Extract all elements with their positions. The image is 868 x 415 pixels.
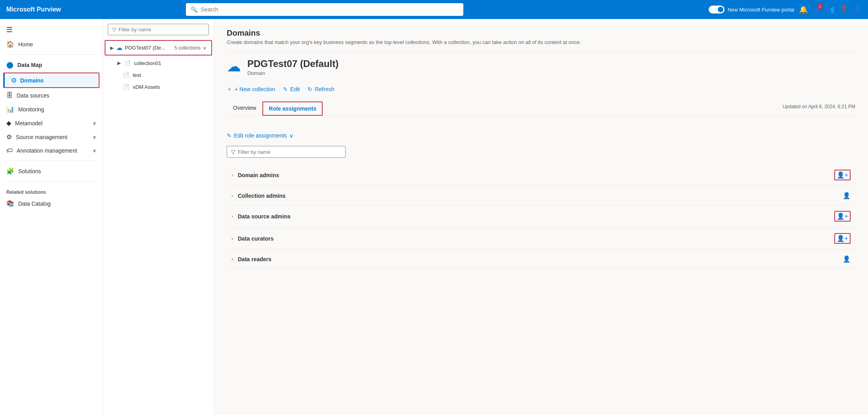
edit-roles-icon: ✎ [227, 132, 231, 139]
refresh-label: Refresh [315, 86, 334, 92]
role-name: Domain admins [238, 172, 830, 178]
refresh-icon: ↻ [308, 86, 312, 92]
sidebar-item-datamap[interactable]: ⬤ Data Map [0, 58, 103, 72]
sidebar: ☰ 🏠 Home ⬤ Data Map ⊙ Domains 🗄 Data sou… [0, 19, 103, 415]
notification-icon[interactable]: 👤 1 [813, 5, 821, 14]
portal-toggle[interactable] [709, 6, 725, 13]
search-input[interactable] [201, 6, 459, 13]
plus-icon: ＋ [227, 86, 232, 93]
child-collection-name: collection01 [134, 60, 161, 66]
portal-toggle-wrap: New Microsoft Purview portal [709, 6, 794, 13]
search-bar[interactable]: 🔍 [186, 3, 463, 16]
child-collection-xdm-assets[interactable]: 📄 xDM Assets [103, 81, 214, 93]
role-chevron-icon: › [231, 214, 233, 219]
help-icon[interactable]: ❓ [839, 5, 848, 14]
sidebar-item-label: Data Catalog [18, 201, 51, 207]
divider [227, 52, 855, 52]
sidebar-item-metamodel[interactable]: ◆ Metamodel ∨ [0, 116, 103, 130]
role-name: Data curators [238, 235, 830, 242]
people-icon[interactable]: 👥 [826, 5, 835, 14]
search-icon: 🔍 [191, 6, 197, 13]
source-mgmt-icon: ⚙ [6, 133, 12, 141]
child-collection-collection01[interactable]: ▶ 📄 collection01 [103, 57, 214, 69]
sidebar-item-annotation-management[interactable]: 🏷 Annotation management ∨ [0, 144, 103, 157]
edit-button[interactable]: ✎ Edit [283, 84, 300, 94]
metamodel-icon: ◆ [6, 119, 11, 127]
user-icon[interactable]: 👤 [853, 5, 862, 14]
role-person-icon: 👤 [843, 192, 851, 199]
child-expand-icon: ▶ [117, 60, 121, 66]
refresh-button[interactable]: ↻ Refresh [308, 84, 334, 94]
sidebar-item-source-management[interactable]: ⚙ Source management ∨ [0, 130, 103, 144]
role-person-add-icon[interactable]: 👤+ [834, 211, 851, 222]
domain-actions: ＋ + New collection ✎ Edit ↻ Refresh [227, 84, 855, 94]
sidebar-item-label: Data Map [17, 62, 42, 68]
expand-chevron-icon: ▶ [110, 45, 114, 51]
hamburger-menu[interactable]: ☰ [0, 22, 103, 37]
edit-label: Edit [290, 86, 300, 92]
sidebar-item-solutions[interactable]: 🧩 Solutions [0, 164, 103, 178]
sidebar-item-datasources[interactable]: 🗄 Data sources [0, 89, 103, 102]
filter-icon: ▽ [231, 149, 235, 155]
role-person-icon: 👤 [843, 255, 851, 263]
sidebar-item-label: Data sources [17, 92, 49, 99]
role-item-data-curators[interactable]: › Data curators 👤+ [227, 228, 855, 250]
domains-icon: ⊙ [11, 76, 16, 84]
sidebar-item-label: Annotation management [17, 147, 77, 154]
notification-badge: 1 [817, 4, 823, 9]
sidebar-item-label: Home [18, 41, 33, 48]
new-collection-label: + New collection [235, 86, 275, 92]
role-item-data-source-admins[interactable]: › Data source admins 👤+ [227, 205, 855, 228]
chevron-down-icon: ∨ [93, 120, 96, 126]
page-description: Create domains that match your org's key… [227, 39, 855, 45]
roles-filter-input[interactable] [238, 149, 341, 155]
collection-filter-input[interactable] [119, 27, 205, 33]
sidebar-item-data-catalog[interactable]: 📚 Data Catalog [0, 197, 103, 210]
roles-list: › Domain admins 👤+ › Collection admins 👤… [227, 164, 855, 269]
child-collection-test[interactable]: 📄 test [103, 69, 214, 81]
edit-role-assignments-button[interactable]: ✎ Edit role assignments ∨ [227, 130, 293, 141]
sidebar-divider-3 [6, 181, 96, 182]
collection-filter-box: ▽ [108, 24, 209, 35]
sidebar-item-label: Solutions [18, 168, 41, 174]
tab-overview[interactable]: Overview [227, 101, 262, 116]
role-chevron-icon: › [231, 256, 233, 262]
role-item-data-readers[interactable]: › Data readers 👤 [227, 250, 855, 269]
sidebar-item-home[interactable]: 🏠 Home [0, 37, 103, 51]
new-collection-button[interactable]: ＋ + New collection [227, 84, 275, 94]
domain-header: ☁ PDGTest07 (Default) Domain [227, 58, 855, 76]
sidebar-item-domains[interactable]: ⊙ Domains [4, 73, 99, 87]
domain-subtitle: Domain [247, 70, 338, 76]
sidebar-divider-2 [6, 161, 96, 161]
role-person-add-icon[interactable]: 👤+ [834, 233, 851, 244]
sidebar-item-monitoring[interactable]: 📊 Monitoring [0, 102, 103, 116]
sidebar-item-label: Monitoring [18, 106, 44, 113]
dropdown-chevron-icon: ∨ [289, 132, 293, 139]
tab-role-assignments[interactable]: Role assignments [262, 101, 323, 116]
role-chevron-icon: › [231, 172, 233, 178]
role-chevron-icon: › [231, 193, 233, 199]
brand-logo: Microsoft Purview [6, 6, 61, 13]
page-title: Domains [227, 29, 855, 38]
data-catalog-icon: 📚 [6, 200, 14, 207]
sidebar-item-label: Metamodel [15, 120, 42, 126]
tab-overview-label: Overview [233, 105, 256, 111]
role-person-add-icon[interactable]: 👤+ [834, 170, 851, 180]
domain-icon: ☁ [116, 44, 122, 52]
chevron-down-icon: ∨ [93, 134, 96, 140]
collection-file-icon: 📄 [123, 84, 130, 90]
detail-panel: Domains Create domains that match your o… [214, 19, 868, 415]
bell-icon[interactable]: 🔔 [799, 5, 808, 14]
collection-panel: ▽ ▶ ☁ PDGTest07 (De... 5 collections ∨ ▶… [103, 19, 214, 415]
collection-file-icon: 📄 [124, 60, 131, 66]
tabs-row: Overview Role assignments Updated on Apr… [227, 101, 855, 124]
domain-collection-item[interactable]: ▶ ☁ PDGTest07 (De... 5 collections ∨ [105, 40, 212, 55]
domain-cloud-icon: ☁ [227, 58, 241, 75]
annotation-icon: 🏷 [6, 147, 13, 154]
home-icon: 🏠 [6, 40, 14, 48]
child-collection-name: xDM Assets [133, 84, 160, 90]
role-item-collection-admins[interactable]: › Collection admins 👤 [227, 186, 855, 205]
role-name: Data readers [238, 256, 838, 262]
domain-title: PDGTest07 (Default) [247, 58, 338, 69]
role-item-domain-admins[interactable]: › Domain admins 👤+ [227, 164, 855, 186]
